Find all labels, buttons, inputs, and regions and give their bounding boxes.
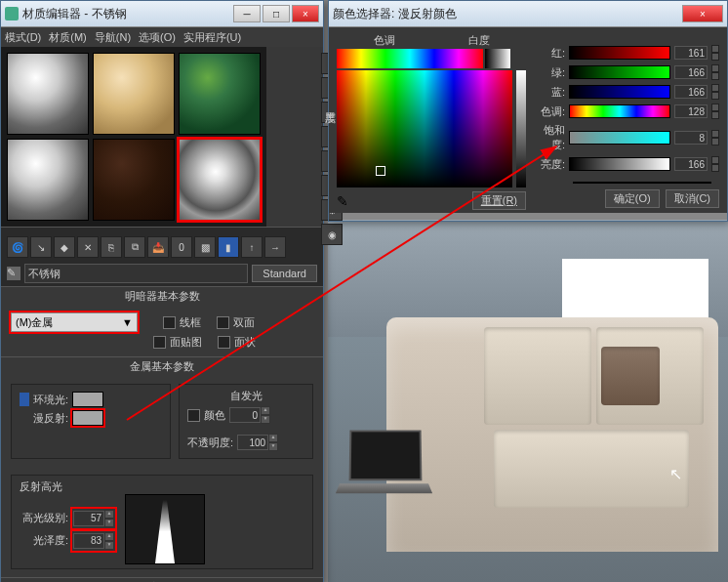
go-forward-icon[interactable]: → bbox=[264, 236, 286, 258]
r-label: 红: bbox=[532, 46, 565, 61]
diffuse-swatch[interactable] bbox=[72, 410, 103, 426]
slot-2[interactable] bbox=[93, 53, 175, 135]
material-slots bbox=[1, 47, 266, 227]
put-to-scene-icon[interactable]: ↘ bbox=[30, 236, 52, 258]
gloss-spinner[interactable]: ▲▼ bbox=[72, 531, 115, 551]
whiteness-strip[interactable] bbox=[485, 49, 510, 68]
maximize-button[interactable]: □ bbox=[263, 5, 290, 22]
mat-toolbar: 🌀 ↘ ◆ ✕ ⎘ ⧉ 📥 0 ▩ ▮ ↑ → bbox=[1, 233, 323, 261]
material-type-button[interactable]: Standard bbox=[252, 265, 317, 282]
two-sided-label: 双面 bbox=[233, 315, 255, 330]
eyedropper-icon[interactable]: ✎ bbox=[337, 193, 348, 209]
b-label: 蓝: bbox=[532, 85, 565, 100]
spec-level-spinner[interactable]: ▲▼ bbox=[72, 509, 115, 528]
color-titlebar[interactable]: 颜色选择器: 漫反射颜色 × bbox=[329, 1, 727, 27]
shader-value: (M)金属 bbox=[16, 315, 54, 330]
s-label: 饱和度: bbox=[532, 123, 565, 152]
opacity-spinner[interactable]: ▲▼ bbox=[237, 434, 278, 451]
pick-icon[interactable]: ✎ bbox=[7, 267, 20, 280]
facemap-label: 面贴图 bbox=[170, 335, 202, 350]
h-slider[interactable] bbox=[569, 104, 670, 118]
slot-5[interactable] bbox=[93, 139, 175, 221]
brightness-slider[interactable] bbox=[516, 70, 526, 187]
h-input[interactable] bbox=[674, 104, 708, 118]
self-illum-label: 自发光 bbox=[187, 389, 304, 403]
ok-button[interactable]: 确定(O) bbox=[605, 189, 660, 208]
g-label: 绿: bbox=[532, 65, 565, 80]
lock-ambient-icon[interactable] bbox=[20, 393, 29, 406]
ambient-label: 环境光: bbox=[33, 393, 68, 407]
material-editor-window: 材质编辑器 - 不锈钢 ─ □ × 模式(D) 材质(M) 导航(N) 选项(O… bbox=[0, 0, 324, 582]
reset-icon[interactable]: ✕ bbox=[77, 236, 99, 258]
get-material-icon[interactable]: 🌀 bbox=[7, 236, 28, 258]
show-end-icon[interactable]: ▮ bbox=[218, 236, 239, 258]
laptop-mesh bbox=[338, 430, 435, 503]
s-input[interactable] bbox=[674, 131, 708, 145]
show-map-icon[interactable]: ▩ bbox=[194, 236, 216, 258]
b-slider[interactable] bbox=[569, 85, 670, 99]
mtl-id-icon[interactable]: 0 bbox=[171, 236, 192, 258]
menu-options[interactable]: 选项(O) bbox=[139, 30, 176, 45]
select-by-mat-icon[interactable]: ◉ bbox=[321, 224, 343, 245]
white-panel bbox=[562, 259, 708, 317]
menu-material[interactable]: 材质(M) bbox=[49, 30, 87, 45]
sv-marker[interactable] bbox=[376, 166, 385, 176]
reset-button[interactable]: 重置(R) bbox=[472, 191, 526, 210]
put-to-lib-icon[interactable]: 📥 bbox=[147, 236, 169, 258]
slot-4[interactable] bbox=[7, 139, 89, 221]
v-slider[interactable] bbox=[569, 157, 670, 171]
hue-label: 色调 bbox=[374, 33, 395, 48]
two-sided-checkbox[interactable] bbox=[217, 316, 229, 329]
hue-strip[interactable] bbox=[337, 49, 483, 68]
highlight-curve-graph bbox=[125, 494, 205, 564]
faceted-label: 面状 bbox=[234, 335, 256, 350]
h-label: 色调: bbox=[532, 104, 565, 119]
self-color-label: 颜色 bbox=[204, 408, 225, 423]
diffuse-label: 漫反射: bbox=[33, 411, 68, 426]
ambient-swatch[interactable] bbox=[72, 392, 103, 407]
spec-title: 反射高光 bbox=[20, 479, 304, 494]
self-color-checkbox[interactable] bbox=[187, 409, 200, 422]
b-input[interactable] bbox=[674, 85, 708, 99]
menu-utils[interactable]: 实用程序(U) bbox=[183, 30, 241, 45]
cancel-button[interactable]: 取消(C) bbox=[666, 189, 719, 208]
color-preview bbox=[573, 182, 711, 184]
close-button[interactable]: × bbox=[292, 5, 319, 22]
self-illum-spinner[interactable]: ▲▼ bbox=[229, 406, 270, 424]
color-picker-window: 颜色选择器: 漫反射颜色 × 色调 白度 黑度 ✎ 重置(R) 红: bbox=[328, 0, 728, 222]
g-input[interactable] bbox=[674, 65, 708, 79]
r-input[interactable] bbox=[674, 46, 708, 60]
mat-titlebar[interactable]: 材质编辑器 - 不锈钢 ─ □ × bbox=[1, 1, 323, 27]
whiteness-label: 白度 bbox=[468, 33, 490, 48]
s-slider[interactable] bbox=[569, 131, 670, 145]
mat-menubar: 模式(D) 材质(M) 导航(N) 选项(O) 实用程序(U) bbox=[1, 27, 323, 47]
v-label: 亮度: bbox=[532, 157, 565, 172]
gloss-label: 光泽度: bbox=[20, 533, 68, 548]
viewport-3d[interactable] bbox=[328, 220, 728, 582]
color-close-button[interactable]: × bbox=[682, 5, 723, 22]
menu-nav[interactable]: 导航(N) bbox=[95, 30, 131, 45]
slot-1[interactable] bbox=[7, 53, 89, 135]
extended-params-rollout[interactable]: +扩展参数 bbox=[1, 577, 323, 582]
minimize-button[interactable]: ─ bbox=[233, 5, 261, 22]
make-unique-icon[interactable]: ⧉ bbox=[124, 236, 145, 258]
menu-mode[interactable]: 模式(D) bbox=[5, 30, 41, 45]
opacity-label: 不透明度: bbox=[187, 436, 233, 450]
r-slider[interactable] bbox=[569, 46, 670, 60]
slot-3[interactable] bbox=[179, 53, 261, 135]
shader-dropdown[interactable]: (M)金属▼ bbox=[11, 312, 138, 332]
color-title: 颜色选择器: 漫反射颜色 bbox=[333, 6, 682, 22]
make-copy-icon[interactable]: ⎘ bbox=[101, 236, 122, 258]
v-input[interactable] bbox=[674, 157, 708, 171]
material-name-input[interactable] bbox=[24, 264, 248, 283]
facemap-checkbox[interactable] bbox=[153, 336, 166, 349]
sv-picker[interactable] bbox=[337, 70, 512, 187]
g-slider[interactable] bbox=[569, 65, 670, 79]
slot-6-selected[interactable] bbox=[179, 139, 261, 221]
go-parent-icon[interactable]: ↑ bbox=[241, 236, 263, 258]
faceted-checkbox[interactable] bbox=[218, 336, 230, 349]
assign-icon[interactable]: ◆ bbox=[54, 236, 75, 258]
metal-section-title: 金属基本参数 bbox=[1, 356, 323, 376]
wire-checkbox[interactable] bbox=[163, 316, 176, 329]
sofa-mesh bbox=[386, 317, 718, 552]
